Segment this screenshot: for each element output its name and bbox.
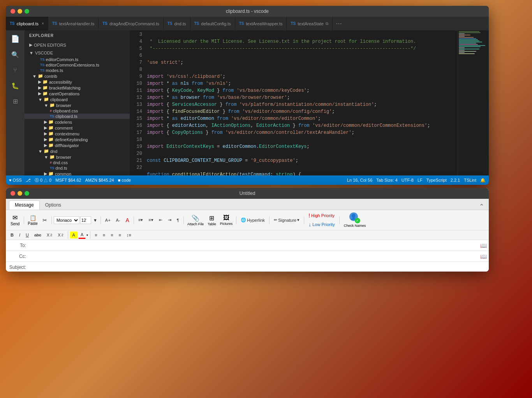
unordered-list-button[interactable]: ≡▾ [136, 216, 145, 224]
email-collapse-button[interactable]: ⌃ [479, 203, 484, 210]
tree-item-browser-folder[interactable]: ▼ 📁 browser [25, 102, 130, 108]
tab-drag-drop[interactable]: TS dragAndDropCommand.ts [99, 17, 164, 30]
low-priority-button[interactable]: ↓ Low Priority [306, 220, 337, 229]
indent-increase-button[interactable]: ⇥ [166, 216, 174, 224]
tree-item-modes[interactable]: TS modes.ts [25, 68, 130, 73]
code-content[interactable]: * Licensed under the MIT License. See Li… [145, 30, 458, 175]
font-size-down-button[interactable]: ▼ [92, 217, 99, 223]
tab-default-config[interactable]: TS defaultConfig.ts [190, 17, 235, 30]
debug-icon[interactable]: 🐛 [10, 80, 21, 91]
style-button[interactable]: A [123, 216, 132, 224]
status-eol[interactable]: LF [417, 178, 423, 182]
to-input[interactable] [29, 240, 478, 251]
tree-item-codelens[interactable]: ▶ 📁 codelens [25, 119, 130, 125]
status-position[interactable]: Ln 16, Col 56 [347, 178, 372, 182]
subscript-button[interactable]: X2 [44, 231, 55, 238]
tree-item-common[interactable]: ▶ 📁 common [25, 171, 130, 175]
tree-item-clipboard-folder[interactable]: ▼ 📁 clipboard [25, 96, 130, 102]
tab-textarea-wrapper[interactable]: TS textAreaWrapper.ts [235, 17, 287, 30]
font-color-button[interactable]: A [78, 231, 86, 239]
tree-item-dnd-ts[interactable]: TS dnd.ts [25, 165, 130, 171]
font-decrease-button[interactable]: A- [114, 217, 123, 224]
status-language[interactable]: TypeScript [426, 178, 447, 182]
cc-input[interactable] [29, 251, 478, 261]
underline-button[interactable]: U [23, 231, 31, 238]
superscript-button[interactable]: X2 [55, 231, 65, 238]
send-button[interactable]: ✉ Send [8, 213, 22, 227]
align-left-button[interactable]: ≡ [92, 231, 99, 238]
pictures-button[interactable]: 🖼 Pictures [218, 214, 234, 226]
vscode-section[interactable]: ▼ VSCODE [25, 49, 130, 57]
tree-item-comment[interactable]: ▶ 📁 comment [25, 125, 130, 131]
bold-button[interactable]: B [8, 231, 16, 238]
tree-item-contrib[interactable]: ▼ 📁 contrib [25, 73, 130, 79]
hyperlink-button[interactable]: 🌐 Hyperlink [238, 216, 267, 224]
email-minimize-button[interactable] [18, 191, 22, 196]
highlight-button[interactable]: A [70, 231, 78, 238]
tree-item-editor-common[interactable]: TS editorCommon.ts [25, 57, 130, 62]
tree-item-accessibility[interactable]: ▶ 📁 accessibility [25, 79, 130, 85]
align-justify-button[interactable]: ≡ [116, 231, 123, 238]
tree-item-bracket-matching[interactable]: ▶ 📁 bracketMatching [25, 85, 130, 91]
table-button[interactable]: ⊞ Table [206, 214, 218, 226]
files-icon[interactable]: 📄 [10, 33, 21, 44]
tree-item-dnd-folder[interactable]: ▼ 📁 dnd [25, 148, 130, 154]
subject-input[interactable] [29, 262, 489, 272]
to-book-icon[interactable]: 📖 [478, 240, 489, 251]
tree-item-define-keybinding[interactable]: ▶ 📁 defineKeybinding [25, 137, 130, 142]
tab-message[interactable]: Message [9, 200, 40, 210]
open-editors-section[interactable]: ▶ OPEN EDITORS [25, 41, 130, 49]
extensions-icon[interactable]: ⊞ [10, 96, 21, 107]
tree-item-contextmenu[interactable]: ▶ 📁 contextmenu [25, 131, 130, 137]
close-button[interactable] [11, 9, 15, 14]
email-maximize-button[interactable] [25, 191, 29, 196]
tab-clipboard-ts[interactable]: TS clipboard.ts × [6, 17, 48, 30]
status-oss[interactable]: ♥ OSS [9, 178, 22, 182]
more-tabs-button[interactable]: ⋯ [333, 17, 345, 30]
tree-item-diff-nav[interactable]: ▶ 📁 diffNavigator [25, 142, 130, 148]
attach-file-button[interactable]: 📎 Attach File [186, 214, 206, 226]
maximize-button[interactable] [25, 9, 29, 14]
tree-item-dnd-browser[interactable]: ▼ 📁 browser [25, 154, 130, 160]
font-increase-button[interactable]: A+ [103, 217, 113, 224]
minimize-button[interactable] [18, 9, 22, 14]
indent-decrease-button[interactable]: ⇤ [157, 216, 165, 224]
check-names-button[interactable]: 👤 ✓ Check Names [342, 212, 368, 228]
tab-textarea-handler[interactable]: TS textAreaHandler.ts [48, 17, 99, 30]
status-tab-size[interactable]: Tab Size: 4 [376, 178, 397, 182]
paragraph-button[interactable]: ¶ [174, 217, 181, 224]
status-encoding[interactable]: UTF-8 [402, 178, 414, 182]
italic-button[interactable]: I [17, 231, 23, 238]
tab-dnd[interactable]: TS dnd.ts [164, 17, 190, 30]
align-center-button[interactable]: ≡ [100, 231, 107, 238]
signature-button[interactable]: ✏ Signature ▾ [271, 216, 302, 224]
git-icon[interactable]: ⑂ [10, 65, 21, 75]
tree-item-caret-ops[interactable]: ▶ 📁 caretOperations [25, 91, 130, 96]
chevron-icon: ▶ [44, 131, 47, 136]
status-errors[interactable]: ⓪ 0 △ 0 [35, 177, 51, 183]
cut-button[interactable]: ✂ [40, 216, 49, 224]
font-size-input[interactable] [80, 216, 91, 224]
tree-item-clipboard-ts[interactable]: TS clipboard.ts [25, 114, 130, 119]
status-code[interactable]: ■ code [118, 178, 131, 182]
cc-book-icon[interactable]: 📖 [478, 251, 489, 262]
tree-item-editor-common-ext[interactable]: TS editorCommonExtensions.ts [25, 62, 130, 68]
close-tab-icon[interactable]: × [42, 21, 44, 26]
color-picker-arrow[interactable]: ▾ [86, 233, 88, 237]
email-close-button[interactable] [11, 191, 15, 196]
search-icon[interactable]: 🔍 [10, 49, 21, 60]
tree-item-clipboard-css[interactable]: # clipboard.css [25, 108, 130, 114]
tab-options[interactable]: Options [40, 201, 67, 209]
align-right-button[interactable]: ≡ [108, 231, 115, 238]
tab-textarea-state[interactable]: TS textAreaState ⧉ [287, 17, 332, 30]
strikethrough-button[interactable]: abc [32, 231, 44, 238]
status-tslint[interactable]: TSLint [464, 178, 476, 182]
high-priority-button[interactable]: ! High Priority [306, 211, 337, 220]
status-bell-icon[interactable]: 🔔 [480, 178, 486, 183]
paste-button[interactable]: 📋 Paste [26, 214, 39, 226]
line-spacing-button[interactable]: ↕≡ [124, 231, 134, 238]
status-branch[interactable]: ⎇ [26, 178, 31, 183]
ordered-list-button[interactable]: ≡▾ [146, 216, 155, 224]
tree-item-dnd-css[interactable]: # dnd.css [25, 160, 130, 165]
font-family-select[interactable]: Monaco [54, 216, 79, 224]
